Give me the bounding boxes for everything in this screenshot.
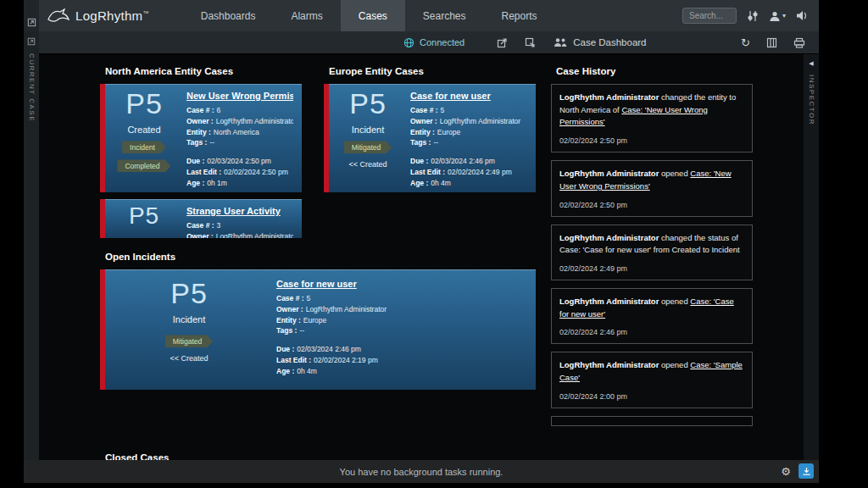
history-action: opened <box>659 297 690 306</box>
tab-reports[interactable]: Reports <box>484 0 555 31</box>
history-entry: LogRhythm Administrator opened Case: 'Sa… <box>551 352 753 408</box>
status-tag-mitigated: Mitigated <box>344 141 392 153</box>
status-note: << Created <box>170 354 208 363</box>
status-tag-incident: Incident <box>122 141 166 153</box>
gear-icon[interactable]: ⚙ <box>778 463 793 479</box>
history-text: LogRhythm Administrator opened Case: 'Sa… <box>559 359 744 384</box>
history-entry: LogRhythm Administrator opened Case: 'Ca… <box>551 288 753 344</box>
history-text: LogRhythm Administrator changed the stat… <box>559 232 744 257</box>
collapse-left-icon: ◀ <box>809 60 813 67</box>
priority-label: P5 <box>129 203 159 230</box>
section-title-north-america: North America Entity Cases <box>100 66 302 76</box>
priority-panel: P5 Created Incident Completed <box>105 84 183 192</box>
section-title-closed-cases: Closed Cases <box>100 452 536 460</box>
caret-down-icon: ▾ <box>782 12 786 19</box>
history-timestamp: 02/02/2024 2:50 pm <box>559 136 744 145</box>
toolbar-actions <box>497 37 536 48</box>
section-title-europe: Europe Entity Cases <box>324 66 536 76</box>
history-text: LogRhythm Administrator opened Case: 'Ne… <box>559 168 744 192</box>
app-logo: LogRhythm™ <box>39 0 161 31</box>
priority-label: P5 <box>125 88 163 119</box>
history-entry: LogRhythm Administrator changed the stat… <box>551 225 753 280</box>
status-tag-completed: Completed <box>117 159 170 172</box>
case-details: Strange User Activity Case # :3 Owner :L… <box>183 199 302 238</box>
status-note: << Created <box>348 160 387 169</box>
case-status: Incident <box>173 314 206 324</box>
current-case-rail-label: CURRENT CASE <box>28 53 36 122</box>
section-title-open-incidents: Open Incidents <box>100 252 536 262</box>
print-icon[interactable] <box>793 37 805 48</box>
history-text: LogRhythm Administrator opened Case: 'Ca… <box>559 296 744 320</box>
history-timestamp: 02/02/2024 2:00 pm <box>559 392 744 401</box>
people-icon <box>554 37 567 47</box>
case-card-case-for-new-user[interactable]: P5 Incident Mitigated << Created Case fo… <box>324 84 536 192</box>
history-entry: LogRhythm Administrator opened Case: 'Ne… <box>551 160 753 216</box>
top-navigation: LogRhythm™ Dashboards Alarms Cases Searc… <box>24 0 819 31</box>
history-actor: LogRhythm Administrator <box>559 360 659 369</box>
history-actor: LogRhythm Administrator <box>559 169 659 178</box>
tab-cases[interactable]: Cases <box>341 0 405 31</box>
case-details: New User Wrong Permis... Case # :6 Owner… <box>183 84 302 192</box>
tab-alarms[interactable]: Alarms <box>273 0 340 31</box>
dashboard-selector[interactable]: Case Dashboard <box>554 37 646 47</box>
case-title-link[interactable]: Case for new user <box>410 91 527 101</box>
inspector-rail-label: INSPECTOR <box>808 75 815 125</box>
search-input[interactable] <box>682 8 737 24</box>
history-actor: LogRhythm Administrator <box>559 297 659 306</box>
status-bar: You have no background tasks running. ⚙ <box>24 460 819 483</box>
case-status: Incident <box>352 125 385 135</box>
import-icon[interactable] <box>525 37 536 48</box>
downloads-icon[interactable] <box>798 463 814 479</box>
nav-right-tools: ▾ <box>682 0 819 31</box>
background-tasks-message: You have no background tasks running. <box>340 467 504 477</box>
case-history-panel: Case History LogRhythm Administrator cha… <box>551 66 753 426</box>
trademark: ™ <box>142 10 148 16</box>
history-actor: LogRhythm Administrator <box>559 92 659 102</box>
current-case-rail[interactable]: CURRENT CASE <box>24 31 39 460</box>
logrhythm-window: LogRhythm™ Dashboards Alarms Cases Searc… <box>24 0 819 483</box>
history-timestamp: 02/02/2024 2:50 pm <box>559 201 744 209</box>
history-entry: LogRhythm Administrator changed the enti… <box>551 84 753 152</box>
case-card-strange-user-activity[interactable]: P5 Strange User Activity Case # :3 Owner… <box>100 199 302 238</box>
popout-icon[interactable] <box>497 37 508 48</box>
user-icon <box>769 10 781 22</box>
nav-corner[interactable] <box>24 0 39 31</box>
layout-icon[interactable] <box>766 37 777 48</box>
case-title-link[interactable]: Strange User Activity <box>186 206 293 216</box>
priority-label: P5 <box>170 278 208 309</box>
history-timestamp: 02/02/2024 2:49 pm <box>559 264 744 273</box>
refresh-icon[interactable]: ↻ <box>741 37 750 48</box>
case-details: Case for new user Case # :5 Owner :LogRh… <box>273 269 536 390</box>
cases-columns: North America Entity Cases P5 Created In… <box>100 66 536 460</box>
logrhythm-logo-icon <box>47 8 70 24</box>
popout-rail-icon <box>27 37 36 46</box>
toolbar-right-actions: ↻ <box>741 37 819 48</box>
connection-status: Connected <box>403 37 465 48</box>
case-title-link[interactable]: Case for new user <box>276 279 527 289</box>
case-card-new-user-wrong-permissions[interactable]: P5 Created Incident Completed New User W… <box>100 84 302 192</box>
brand-name: LogRhythm™ <box>75 8 149 23</box>
history-actor: LogRhythm Administrator <box>559 233 659 242</box>
connected-label: Connected <box>420 37 465 47</box>
filter-sliders-icon[interactable] <box>747 10 759 22</box>
dashboard-title: Case Dashboard <box>573 37 646 47</box>
announcements-icon[interactable] <box>796 10 809 21</box>
open-incidents-section: Open Incidents P5 Incident Mitigated << … <box>100 252 536 390</box>
europe-section: Europe Entity Cases P5 Incident Mitigate… <box>324 66 536 238</box>
dashboard-content: North America Entity Cases P5 Created In… <box>39 54 804 460</box>
priority-panel: P5 <box>105 199 183 238</box>
case-history-title: Case History <box>551 66 753 76</box>
collapse-icon[interactable] <box>27 18 36 27</box>
case-toolbar: Connected Case Dashboard <box>39 31 819 54</box>
priority-panel: P5 Incident Mitigated << Created <box>329 84 407 192</box>
case-title-link[interactable]: New User Wrong Permis... <box>186 91 293 101</box>
priority-panel: P5 Incident Mitigated << Created <box>105 269 273 390</box>
open-incident-card[interactable]: P5 Incident Mitigated << Created Case fo… <box>100 269 536 390</box>
history-action: opened <box>659 169 690 178</box>
case-status: Created <box>127 125 160 135</box>
inspector-rail[interactable]: ◀ INSPECTOR <box>804 54 819 460</box>
tab-dashboards[interactable]: Dashboards <box>183 0 274 31</box>
tab-searches[interactable]: Searches <box>405 0 484 31</box>
user-menu[interactable]: ▾ <box>769 10 786 22</box>
north-america-section: North America Entity Cases P5 Created In… <box>100 66 302 238</box>
